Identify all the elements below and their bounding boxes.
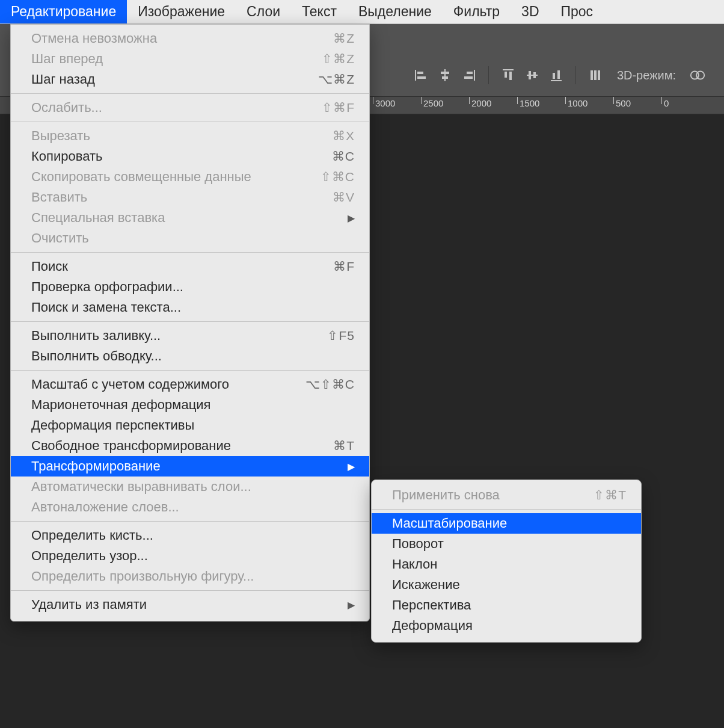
transform-submenu-item[interactable]: Масштабирование [372, 513, 641, 534]
menu-separator [11, 590, 369, 591]
ruler-tick: 1000 [565, 97, 613, 114]
svg-rect-18 [591, 70, 593, 80]
edit-menu-item[interactable]: Масштаб с учетом содержимого⌥⇧⌘C [11, 374, 369, 395]
edit-menu-item: Шаг вперед⇧⌘Z [11, 49, 369, 69]
menu-item-label: Удалить из памяти [31, 597, 343, 612]
menubar-item[interactable]: Слои [236, 0, 291, 23]
edit-menu-item[interactable]: Выполнить заливку...⇧F5 [11, 325, 369, 346]
edit-menu-item[interactable]: Трансформирование▶ [11, 456, 369, 477]
menu-item-shortcut: ⇧⌘F [307, 100, 355, 115]
orbit-3d-icon[interactable] [689, 67, 706, 84]
menu-separator [11, 370, 369, 371]
separator [488, 66, 489, 84]
edit-menu-item[interactable]: Удалить из памяти▶ [11, 594, 369, 615]
menu-separator [11, 521, 369, 522]
menu-item-label: Шаг вперед [31, 51, 307, 67]
menu-item-label: Проверка орфографии... [31, 279, 355, 295]
menu-item-label: Выполнить заливку... [31, 328, 307, 344]
align-left-edges-icon[interactable] [413, 67, 429, 84]
separator [575, 66, 576, 84]
edit-menu-item[interactable]: Проверка орфографии... [11, 277, 369, 297]
menubar-item[interactable]: Фильтр [443, 0, 511, 23]
edit-menu-item[interactable]: Поиск⌘F [11, 256, 369, 277]
edit-menu-item: Автоналожение слоев... [11, 497, 369, 517]
menu-item-shortcut: ⌥⇧⌘C [305, 377, 355, 392]
menu-item-shortcut: ⇧⌘C [307, 170, 355, 184]
menu-item-shortcut: ⌘C [307, 149, 355, 164]
svg-rect-11 [509, 72, 512, 80]
transform-submenu-item[interactable]: Поворот [372, 534, 641, 554]
svg-rect-13 [529, 71, 531, 79]
menu-item-label: Ослабить... [31, 100, 307, 116]
menu-item-label: Автоналожение слоев... [31, 499, 355, 515]
edit-menu-item: Отмена невозможна⌘Z [11, 28, 369, 49]
transform-submenu-item[interactable]: Искажение [372, 575, 641, 595]
menu-item-label: Поиск [31, 259, 307, 274]
edit-menu-item: Ослабить...⇧⌘F [11, 97, 369, 118]
menu-item-label: Выполнить обводку... [31, 348, 355, 364]
edit-menu-item[interactable]: Поиск и замена текста... [11, 297, 369, 318]
svg-rect-1 [417, 72, 423, 74]
menu-item-shortcut: ⌘Z [307, 31, 355, 46]
distribute-top-icon[interactable] [500, 67, 517, 84]
align-right-edges-icon[interactable] [461, 67, 477, 84]
svg-rect-10 [505, 72, 507, 78]
menu-item-label: Автоматически выравнивать слои... [31, 479, 355, 495]
svg-rect-14 [533, 72, 536, 78]
transform-submenu-item[interactable]: Деформация [372, 615, 641, 636]
edit-menu-item: Определить произвольную фигуру... [11, 566, 369, 587]
svg-rect-3 [444, 69, 446, 81]
menu-item-label: Масштабирование [392, 516, 627, 531]
menu-item-label: Перспектива [392, 597, 627, 613]
menubar-item[interactable]: 3D [511, 0, 550, 23]
distribute-widths-icon[interactable] [587, 67, 604, 84]
edit-menu-dropdown: Отмена невозможна⌘ZШаг вперед⇧⌘ZШаг наза… [10, 24, 370, 622]
edit-menu-item[interactable]: Определить узор... [11, 546, 369, 566]
distribute-vertical-centers-icon[interactable] [524, 67, 541, 84]
menu-item-label: Определить кисть... [31, 528, 355, 543]
menubar-item[interactable]: Прос [550, 0, 604, 23]
menu-item-label: Шаг назад [31, 72, 307, 87]
svg-rect-19 [594, 70, 597, 80]
menu-separator [372, 509, 641, 510]
svg-rect-9 [503, 69, 514, 70]
transform-submenu-item[interactable]: Наклон [372, 554, 641, 575]
ruler-tick: 3000 [373, 97, 421, 114]
chevron-right-icon: ▶ [348, 599, 355, 611]
menu-item-label: Свободное трансформирование [31, 438, 307, 454]
menu-item-shortcut: ⌘T [307, 439, 355, 453]
align-horizontal-centers-icon[interactable] [437, 67, 453, 84]
edit-menu-item[interactable]: Свободное трансформирование⌘T [11, 436, 369, 456]
transform-submenu-item[interactable]: Перспектива [372, 595, 641, 615]
edit-menu-item[interactable]: Определить кисть... [11, 525, 369, 546]
svg-rect-20 [598, 70, 600, 80]
edit-menu-item[interactable]: Деформация перспективы [11, 415, 369, 436]
menu-item-label: Деформация [392, 618, 627, 634]
edit-menu-item: Автоматически выравнивать слои... [11, 477, 369, 497]
menu-item-shortcut: ⌘X [307, 129, 355, 143]
edit-menu-item[interactable]: Марионеточная деформация [11, 395, 369, 415]
menu-item-label: Поворот [392, 536, 627, 552]
mode-label: 3D-режим: [617, 69, 676, 82]
menu-separator [11, 252, 369, 253]
menu-item-label: Поиск и замена текста... [31, 300, 355, 315]
distribute-bottom-icon[interactable] [548, 67, 565, 84]
edit-menu-item[interactable]: Шаг назад⌥⌘Z [11, 69, 369, 90]
menu-item-label: Отмена невозможна [31, 31, 307, 46]
menubar-item[interactable]: Редактирование [0, 0, 127, 23]
menu-item-shortcut: ⇧F5 [307, 329, 355, 343]
edit-menu-item[interactable]: Выполнить обводку... [11, 346, 369, 366]
menu-item-label: Трансформирование [31, 458, 343, 474]
edit-menu-item[interactable]: Копировать⌘C [11, 146, 369, 167]
svg-rect-6 [474, 70, 475, 81]
menubar-item[interactable]: Выделение [348, 0, 443, 23]
svg-point-22 [696, 71, 704, 79]
edit-menu-item: Очистить [11, 228, 369, 248]
ruler-tick: 0 [661, 97, 710, 114]
menubar-item[interactable]: Изображение [127, 0, 236, 23]
menu-item-label: Вырезать [31, 128, 307, 144]
menu-item-label: Скопировать совмещенные данные [31, 169, 307, 185]
menubar-item[interactable]: Текст [291, 0, 348, 23]
menu-item-shortcut: ⌘V [307, 190, 355, 205]
menu-item-label: Очистить [31, 230, 355, 246]
